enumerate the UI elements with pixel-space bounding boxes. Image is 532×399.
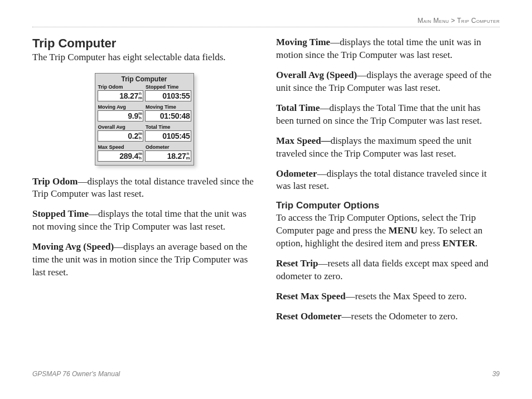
device-field-label: Moving Avg: [98, 105, 144, 110]
device-title: Trip Computer: [95, 74, 194, 85]
def-option-term: Reset Odometer: [276, 311, 342, 322]
unit-label: mh: [138, 152, 142, 160]
def-left-item: Trip Odom—displays the total distance tr…: [32, 176, 256, 201]
options-heading: Trip Computer Options: [276, 200, 500, 211]
device-field-label: Odometer: [145, 145, 191, 150]
device-field-value: 0103:55: [145, 90, 191, 101]
def-left-term: Stopped Time: [32, 208, 89, 219]
device-field: Trip Odom18.27nm: [98, 85, 144, 101]
def-option-desc: —resets the Odometer to zero.: [342, 311, 458, 322]
device-screenshot: Trip Computer Trip Odom18.27nmStopped Ti…: [95, 73, 194, 166]
device-field-value: 01:50:48: [145, 110, 191, 121]
device-field-value: 18.27nm: [145, 150, 191, 162]
breadcrumb-page: Trip Computer: [457, 17, 500, 25]
device-field: Overall Avg0.2mh: [98, 125, 144, 142]
device-field: Moving Avg9.9mh: [98, 105, 144, 121]
options-intro-part3: .: [475, 238, 477, 249]
def-right-item: Overall Avg (Speed)—displays the average…: [276, 69, 500, 95]
device-field-label: Trip Odom: [98, 85, 144, 90]
def-right-term: Overall Avg (Speed): [276, 70, 357, 80]
breadcrumb: Main Menu > Trip Computer: [32, 17, 500, 25]
header-rule: [32, 27, 500, 27]
def-left-item: Moving Avg (Speed)—displays an average b…: [32, 241, 256, 279]
device-field-label: Overall Avg: [98, 125, 144, 130]
page-footer: GPSMAP 76 Owner's Manual 39: [32, 370, 500, 378]
def-right-term: Moving Time: [276, 37, 330, 47]
def-option-item: Reset Odometer—resets the Odometer to ze…: [276, 310, 500, 323]
footer-manual-title: GPSMAP 76 Owner's Manual: [32, 370, 120, 378]
unit-label: nm: [186, 152, 190, 160]
device-field-value: 289.4mh: [98, 150, 144, 162]
unit-label: mh: [138, 132, 142, 140]
def-right-item: Max Speed—displays the maximum speed the…: [276, 135, 500, 160]
menu-key: MENU: [389, 225, 418, 236]
def-option-item: Reset Max Speed—resets the Max Speed to …: [276, 290, 500, 303]
unit-label: mh: [138, 111, 142, 120]
def-option-desc: —resets the Max Speed to zero.: [346, 291, 467, 301]
def-right-item: Total Time—displays the Total Time that …: [276, 102, 500, 128]
def-right-term: Total Time: [276, 103, 320, 113]
def-option-term: Reset Trip: [276, 258, 318, 269]
device-field: Max Speed289.4mh: [98, 145, 144, 162]
breadcrumb-section: Main Menu: [418, 17, 449, 25]
enter-key: ENTER: [442, 238, 475, 249]
options-intro: To access the Trip Computer Options, sel…: [276, 212, 500, 250]
device-field: Odometer18.27nm: [145, 145, 191, 162]
device-field: Moving Time01:50:48: [145, 105, 191, 121]
device-field-label: Total Time: [145, 125, 191, 130]
device-field-value: 0.2mh: [98, 130, 144, 142]
def-option-term: Reset Max Speed: [276, 291, 346, 301]
device-field-label: Stopped Time: [145, 85, 191, 90]
footer-page-number: 39: [492, 370, 500, 378]
def-left-item: Stopped Time—displays the total time tha…: [32, 208, 256, 233]
def-right-item: Odometer—displays the total distance tra…: [276, 168, 500, 193]
device-field-label: Moving Time: [145, 105, 191, 110]
def-left-term: Moving Avg (Speed): [32, 241, 114, 252]
device-field-value: 18.27nm: [98, 90, 144, 101]
def-right-term: Odometer: [276, 168, 317, 179]
device-field-value: 0105:45: [145, 130, 191, 142]
def-option-item: Reset Trip—resets all data fields except…: [276, 257, 500, 283]
breadcrumb-sep: >: [449, 17, 457, 25]
device-field: Total Time0105:45: [145, 125, 191, 142]
intro-text: The Trip Computer has eight selectable d…: [32, 51, 256, 64]
device-field-label: Max Speed: [98, 145, 144, 150]
device-field-value: 9.9mh: [98, 110, 144, 121]
def-right-item: Moving Time—displays the total time the …: [276, 36, 500, 62]
def-left-term: Trip Odom: [32, 176, 78, 187]
def-right-term: Max Speed—: [276, 135, 331, 146]
unit-label: nm: [138, 91, 142, 100]
device-field: Stopped Time0103:55: [145, 85, 191, 101]
page-title: Trip Computer: [32, 36, 256, 51]
